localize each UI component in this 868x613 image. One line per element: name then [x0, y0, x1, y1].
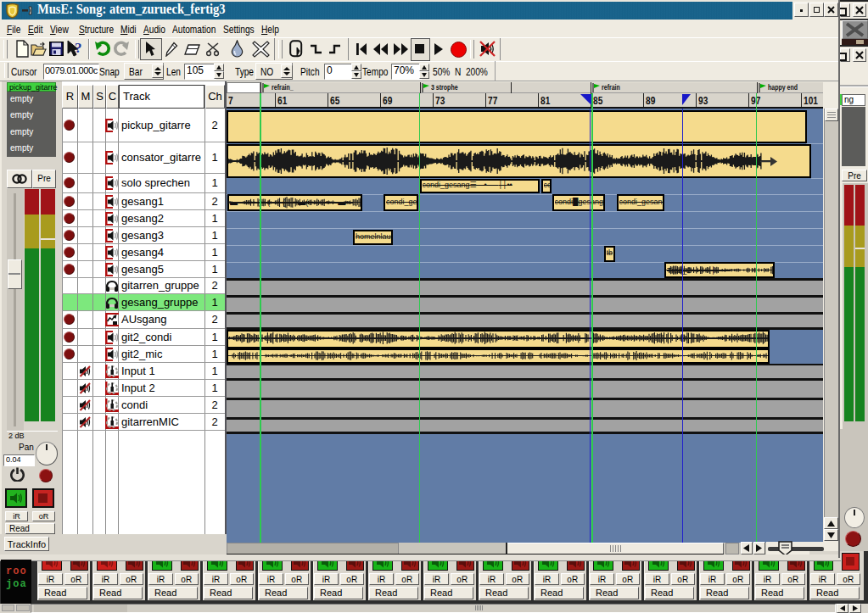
- svg-text:?: ?: [75, 40, 82, 56]
